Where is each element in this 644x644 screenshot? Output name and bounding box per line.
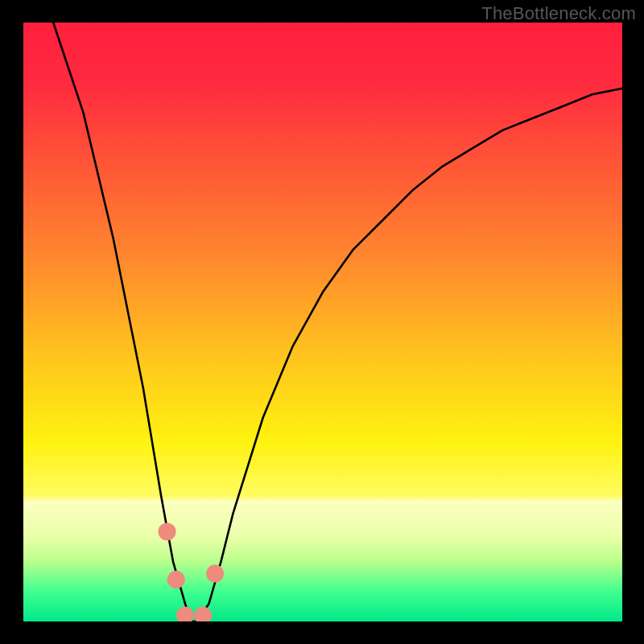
right-edge-marker	[206, 564, 224, 582]
left-edge-marker	[159, 522, 176, 540]
bottleneck-plot	[23, 23, 622, 621]
chart-stage: TheBottleneck.com	[0, 0, 644, 644]
left-inner-marker	[167, 571, 185, 588]
watermark-text: TheBottleneck.com	[481, 3, 636, 24]
heat-gradient	[23, 23, 622, 621]
